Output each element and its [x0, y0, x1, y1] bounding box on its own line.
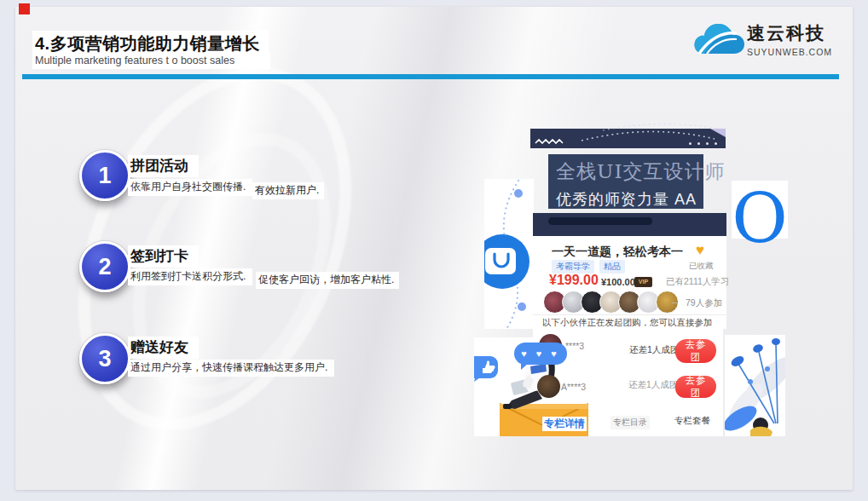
flowers-drawing [725, 335, 785, 436]
column-catalog-link[interactable]: 专栏目录 [610, 416, 650, 429]
course-title: 一天一道题，轻松考本一 [552, 245, 683, 260]
hearts-bubble: ♥ ♥ ♥ [514, 343, 567, 365]
step-3-title: 赠送好友 [128, 337, 199, 359]
banner-dot [689, 142, 692, 145]
price-current: ¥199.00 [549, 273, 599, 288]
drag-handle [548, 217, 652, 225]
banner-strip [530, 129, 726, 148]
avatar-more: -- [672, 297, 678, 307]
column-package-link[interactable]: 专栏套餐 [673, 415, 712, 427]
step-3-desc: 通过用户分享，快速传播课程触达更多用户. [128, 360, 334, 377]
banner-dot [706, 142, 709, 145]
screenshot-canvas: { "slide": { "title": "4.多项营销功能助力销量增长", … [0, 0, 868, 501]
course-tags: 考霸导学 精品 [552, 260, 630, 274]
group-status: 还差1人成团 [627, 379, 680, 391]
step-2-desc: 利用签到打卡送积分形式. [128, 268, 252, 285]
group-user-avatar [537, 375, 560, 398]
company-logo: 速云科技 SUYUNWEB.COM [692, 18, 837, 64]
tag-chip: 考霸导学 [552, 260, 594, 274]
accent-divider [22, 74, 839, 79]
groupbuy-note: 以下小伙伴正在发起团购，您可以直接参加 [542, 317, 713, 329]
logo-domain: SUYUNWEB.COM [747, 47, 832, 57]
favorite-heart-icon[interactable]: ♥ [696, 242, 704, 259]
banner-dot [697, 142, 700, 145]
step-2-title: 签到打卡 [128, 245, 199, 268]
step-2-badge: 2 [79, 241, 130, 292]
logo-name: 速云科技 [747, 21, 832, 45]
vip-badge: VIP [634, 277, 652, 287]
step-1-title: 拼团活动 [128, 155, 199, 177]
banner-dot [715, 142, 717, 145]
shop-bag-app-icon [484, 234, 529, 289]
participant-avatars [543, 291, 674, 314]
promo-course-name: 全栈UI交互设计师 [556, 158, 703, 185]
squiggle-icon [535, 140, 563, 143]
favorite-label: 已收藏 [689, 261, 714, 272]
banner-corner-wedge [710, 129, 726, 137]
promo-headline-box: 全栈UI交互设计师 优秀的师资力量 AA [548, 154, 703, 209]
group-user-name: ****3 [565, 341, 584, 351]
step-2-number: 2 [98, 254, 111, 280]
app-icon-strip [484, 179, 534, 329]
group-status: 还差1人成团 [628, 344, 680, 356]
price-secondary: ¥100.00 [601, 277, 635, 287]
big-letter: O [732, 186, 788, 252]
step-1-badge: 1 [79, 150, 130, 201]
step-2-extra: 促使客户回访，增加客户粘性. [256, 272, 399, 289]
letter-o-card: O [732, 181, 788, 239]
group-user-name: A****3 [561, 382, 586, 392]
corner-marker [19, 3, 30, 14]
column-detail-link[interactable]: 专栏详情 [542, 417, 587, 431]
participant-count: 79人参加 [686, 297, 722, 309]
tag-chip: 精品 [599, 260, 625, 274]
course-card-header [533, 213, 726, 236]
illustration-flowers [725, 335, 785, 436]
dotted-curve-decoration [484, 179, 534, 329]
page-subtitle: Multiple marketing features t o boost sa… [32, 53, 270, 69]
learner-count: 已有2111人学习 [666, 276, 729, 288]
banner-decoration [530, 120, 726, 151]
thumbsup-bubble [474, 356, 498, 382]
step-1-number: 1 [98, 163, 111, 189]
step-1-desc: 依靠用户自身社交圈传播. [128, 179, 252, 196]
step-1-extra: 有效拉新用户. [252, 182, 324, 199]
join-group-button[interactable]: 去参团 [675, 339, 716, 363]
promo-tagline: 优秀的师资力量 AA [556, 189, 703, 210]
step-3-number: 3 [98, 346, 111, 372]
step-3-badge: 3 [79, 333, 130, 384]
divider [533, 314, 726, 315]
join-group-button[interactable]: 去参团 [675, 376, 716, 398]
cloud-logo-icon [692, 18, 747, 62]
hearts-icons: ♥ ♥ ♥ [521, 348, 560, 359]
